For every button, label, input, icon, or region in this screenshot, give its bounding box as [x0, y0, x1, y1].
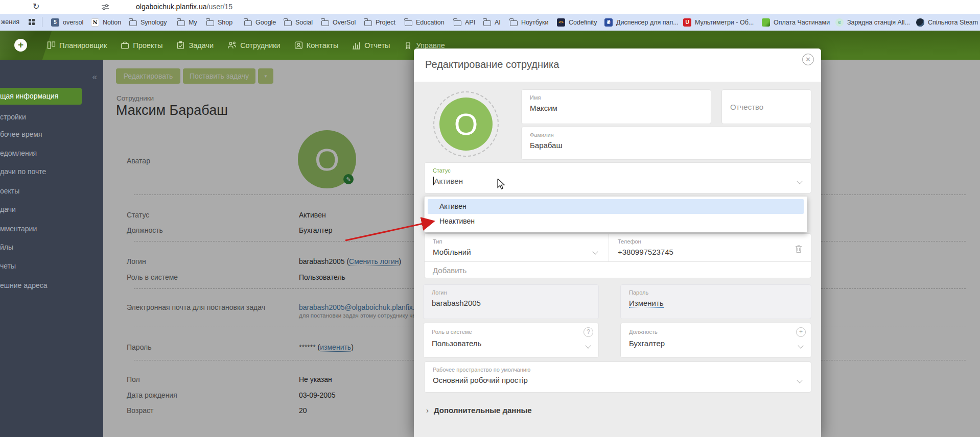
bookmark-folder-google[interactable]: Google — [244, 14, 276, 31]
sidebar-item-email-tasks[interactable]: дачи по почте — [0, 167, 46, 176]
folder-icon — [483, 20, 491, 26]
add-button[interactable]: + — [14, 39, 27, 52]
nav-item-tasks[interactable]: Задачи — [176, 41, 214, 50]
bookmark-installments[interactable]: Оплата Частинами — [762, 14, 830, 31]
chevron-down-icon — [798, 343, 803, 348]
sidebar-item-work-time[interactable]: бочее время — [0, 130, 42, 138]
nav-item-contacts[interactable]: Контакты — [294, 41, 339, 50]
bookmark-overflow-fragment[interactable]: жения — [1, 18, 19, 26]
bookmark-dispenser[interactable]: ₴ Диспенсер для пап... — [604, 14, 679, 31]
folder-icon — [405, 20, 412, 26]
url-path: /user/15 — [207, 3, 233, 11]
last-name-field[interactable]: Фамилия Барабаш — [521, 127, 811, 160]
bookmark-steam[interactable]: Спільнота Steam ::... — [916, 14, 980, 31]
chevron-down-icon — [585, 343, 591, 348]
change-password-link[interactable]: Изменить — [629, 299, 664, 308]
avatar: O — [439, 98, 493, 151]
sidebar-item-general-info[interactable]: щая информация — [0, 88, 82, 105]
workspace-select[interactable]: Рабочее пространство по умолчанию Основн… — [424, 361, 811, 393]
nav-item-employees[interactable]: Сотрудники — [227, 41, 281, 50]
site-settings-icon[interactable] — [101, 3, 109, 11]
add-position-icon[interactable]: + — [796, 327, 806, 337]
middle-name-field[interactable]: Отчество — [721, 89, 811, 124]
apps-grid-icon[interactable] — [28, 18, 35, 26]
sidebar-item-comments[interactable]: мментарии — [0, 225, 37, 233]
close-icon[interactable]: ✕ — [802, 54, 814, 65]
bookmark-folder-synology[interactable]: Synology — [129, 14, 167, 31]
folder-icon — [206, 20, 214, 26]
briefcase-icon — [121, 41, 129, 50]
award-icon — [404, 41, 412, 50]
favicon: e — [835, 18, 844, 27]
divider — [609, 234, 609, 261]
employees-icon — [227, 41, 237, 50]
folder-icon — [244, 20, 252, 26]
folder-icon — [454, 20, 461, 26]
sidebar-collapse-icon[interactable]: « — [92, 72, 97, 82]
bookmark-folder-oversol[interactable]: OverSol — [321, 14, 356, 31]
bookmark-folder-api[interactable]: API — [454, 14, 475, 31]
status-select[interactable]: Статус Активен — [424, 162, 811, 193]
edit-employee-modal: Редактирование сотрудника ✕ O Имя Максим… — [414, 48, 821, 437]
modal-title: Редактирование сотрудника — [425, 59, 559, 70]
trash-icon[interactable] — [795, 244, 803, 253]
chart-icon — [352, 41, 361, 50]
bookmark-folder-ai[interactable]: AI — [483, 14, 501, 31]
bookmark-folder-project[interactable]: Project — [364, 14, 395, 31]
phone-type-select[interactable]: Мобільний — [433, 248, 471, 256]
phone-group: Тип Мобільний Телефон +380997523745 Доба… — [424, 233, 811, 278]
planner-icon — [47, 41, 56, 50]
login-field[interactable]: Логин barabash2005 — [423, 284, 599, 319]
nav-item-projects[interactable]: Проекты — [121, 41, 162, 50]
browser-url-bar: ↻ olgaboichuk.planfix.ua/user/15 — [0, 0, 980, 14]
help-icon[interactable]: ? — [584, 327, 593, 337]
sidebar-item-notifications[interactable]: едомления — [0, 149, 37, 157]
status-option-inactive[interactable]: Неактивен — [428, 214, 804, 229]
contacts-icon — [294, 41, 303, 50]
password-field: Пароль Изменить — [620, 284, 811, 319]
url-domain: olgaboichuk.planfix.ua — [136, 3, 207, 11]
chevron-down-icon — [797, 178, 802, 184]
bookmark-codefinity[interactable]: <> Codefinity — [557, 14, 597, 31]
sidebar-item-projects[interactable]: оекты — [0, 187, 19, 195]
folder-icon — [284, 20, 292, 26]
bookmark-notion[interactable]: N Notion — [91, 14, 121, 31]
bookmark-folder-laptops[interactable]: Ноутбуки — [510, 14, 548, 31]
position-select[interactable]: Должность Бухгалтер + — [620, 323, 811, 358]
bookmark-oversol[interactable]: 5 oversol — [51, 14, 83, 31]
phone-number-input[interactable]: +380997523745 — [618, 248, 673, 256]
favicon: N — [91, 18, 99, 27]
chevron-down-icon — [592, 249, 598, 254]
avatar-upload[interactable]: O — [433, 91, 499, 157]
nav-item-reports[interactable]: Отчеты — [352, 41, 390, 50]
sidebar-item-reports[interactable]: четы — [0, 262, 16, 270]
folder-icon — [510, 20, 518, 26]
bookmark-multimeter[interactable]: U Мультиметри - Об... — [683, 14, 754, 31]
favicon: ₴ — [604, 18, 613, 27]
role-select[interactable]: Роль в системе Пользователь ? — [423, 323, 599, 358]
bookmark-folder-education[interactable]: Education — [405, 14, 445, 31]
phone-add-row[interactable]: Добавить — [425, 261, 811, 278]
sidebar-item-external-addresses[interactable]: ешние адреса — [0, 281, 48, 289]
sidebar-item-settings[interactable]: стройки — [0, 113, 26, 121]
nav-item-planner[interactable]: Планировщик — [47, 41, 107, 50]
bookmarks-separator — [42, 17, 42, 27]
additional-data-toggle[interactable]: ›Дополнительные данные — [426, 406, 532, 415]
bookmark-folder-social[interactable]: Social — [284, 14, 313, 31]
sidebar-item-files[interactable]: йлы — [0, 243, 13, 251]
bookmark-folder-shop[interactable]: Shop — [206, 14, 232, 31]
modal-header: Редактирование сотрудника ✕ — [414, 48, 821, 82]
folder-icon — [177, 20, 185, 26]
chevron-down-icon — [797, 377, 802, 383]
bookmarks-bar: жения 5 oversol N Notion Synology My Sho… — [0, 14, 980, 31]
clipboard-check-icon — [176, 41, 185, 50]
bookmark-charging-station[interactable]: e Зарядна станція All... — [835, 14, 910, 31]
sidebar: « щая информация стройки бочее время едо… — [0, 60, 103, 437]
reload-icon[interactable]: ↻ — [33, 2, 39, 11]
status-option-active[interactable]: Активен — [428, 199, 804, 214]
address-url[interactable]: olgaboichuk.planfix.ua/user/15 — [136, 3, 232, 11]
bookmark-folder-my[interactable]: My — [177, 14, 197, 31]
sidebar-item-tasks[interactable]: дачи — [0, 205, 16, 213]
first-name-field[interactable]: Имя Максим — [521, 89, 711, 124]
favicon: <> — [557, 18, 565, 27]
